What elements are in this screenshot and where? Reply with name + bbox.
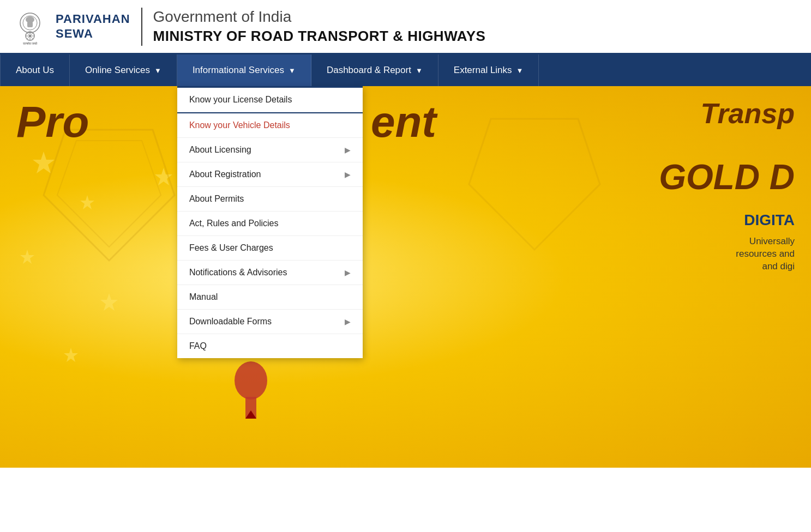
online-services-caret-icon: ▼ — [154, 66, 161, 75]
brand-name-line1: PARIVAHAN — [56, 12, 130, 26]
dropdown-label-know-vehicle: Know your Vehicle Details — [189, 120, 290, 130]
dropdown-label-downloadable-forms: Downloadable Forms — [189, 317, 272, 327]
main-navbar: About Us Online Services ▼ Informational… — [0, 55, 811, 86]
hero-text-universally: Universally — [749, 236, 795, 247]
nav-label-informational-services: Informational Services — [193, 65, 284, 76]
brand-text: PARIVAHAN SEWA — [56, 12, 130, 41]
national-emblem-icon: सत्यमेव जयते — [11, 8, 49, 46]
nav-label-external-links: External Links — [454, 65, 512, 76]
logo-area: सत्यमेव जयते PARIVAHAN SEWA — [11, 8, 130, 46]
hero-text-transp: Transp — [701, 97, 795, 130]
svg-point-21 — [235, 361, 267, 400]
informational-services-caret-icon: ▼ — [289, 66, 296, 75]
ribbon-icon — [229, 359, 273, 424]
hero-text-gold: GOLD D — [659, 157, 795, 197]
nav-item-dashboard-report[interactable]: Dashboard & Report ▼ — [311, 55, 438, 86]
dropdown-item-faq[interactable]: FAQ — [177, 334, 363, 358]
dropdown-label-act-rules: Act, Rules and Policies — [189, 219, 279, 228]
hero-text-resources: resources and — [736, 249, 795, 259]
dropdown-item-manual[interactable]: Manual — [177, 285, 363, 310]
hero-decorative-ribbon — [229, 359, 273, 424]
dropdown-label-fees-charges: Fees & User Charges — [189, 243, 273, 253]
informational-services-dropdown: Know your License Details Know your Vehi… — [177, 86, 363, 358]
dropdown-label-about-licensing: About Licensing — [189, 145, 251, 155]
nav-label-about-us: About Us — [16, 65, 54, 76]
dropdown-item-know-vehicle[interactable]: Know your Vehicle Details — [177, 112, 363, 138]
about-registration-submenu-icon: ▶ — [345, 170, 351, 179]
site-header: सत्यमेव जयते PARIVAHAN SEWA Government o… — [0, 0, 811, 55]
nav-label-dashboard-report: Dashboard & Report — [327, 65, 411, 76]
nav-item-online-services[interactable]: Online Services ▼ — [70, 55, 177, 86]
dropdown-label-about-permits: About Permits — [189, 194, 244, 204]
svg-text:सत्यमेव जयते: सत्यमेव जयते — [22, 41, 38, 45]
dropdown-label-notifications: Notifications & Advisories — [189, 268, 287, 277]
nav-item-about-us[interactable]: About Us — [0, 55, 70, 86]
nav-item-external-links[interactable]: External Links ▼ — [438, 55, 539, 86]
nav-item-informational-services[interactable]: Informational Services ▼ Know your Licen… — [177, 55, 311, 86]
dropdown-item-about-registration[interactable]: About Registration ▶ — [177, 162, 363, 187]
svg-rect-3 — [27, 22, 33, 27]
downloadable-forms-submenu-icon: ▶ — [345, 317, 351, 326]
dropdown-item-about-permits[interactable]: About Permits — [177, 187, 363, 211]
brand-name-line2: SEWA — [56, 27, 130, 41]
notifications-submenu-icon: ▶ — [345, 268, 351, 277]
dropdown-label-faq: FAQ — [189, 341, 207, 351]
dashboard-caret-icon: ▼ — [416, 66, 423, 75]
nav-label-online-services: Online Services — [85, 65, 150, 76]
hero-text-digita: DIGITA — [744, 211, 795, 229]
ministry-label: MINISTRY OF ROAD TRANSPORT & HIGHWAYS — [153, 27, 486, 46]
hero-text-pro: Pro — [16, 97, 89, 147]
dropdown-item-downloadable-forms[interactable]: Downloadable Forms ▶ — [177, 310, 363, 334]
external-links-caret-icon: ▼ — [516, 66, 524, 75]
dropdown-item-about-licensing[interactable]: About Licensing ▶ — [177, 138, 363, 162]
dropdown-item-fees-charges[interactable]: Fees & User Charges — [177, 236, 363, 261]
dropdown-item-act-rules[interactable]: Act, Rules and Policies — [177, 211, 363, 236]
hero-text-digi: and digi — [762, 261, 795, 272]
dropdown-label-manual: Manual — [189, 292, 218, 302]
dropdown-item-notifications[interactable]: Notifications & Advisories ▶ — [177, 261, 363, 285]
dropdown-label-know-license: Know your License Details — [189, 95, 292, 105]
hero-section: Pro ent Transp GOLD D DIGITA Universally… — [0, 86, 811, 468]
dropdown-label-about-registration: About Registration — [189, 170, 261, 179]
dropdown-item-know-license[interactable]: Know your License Details — [177, 88, 363, 112]
gov-india-label: Government of India — [153, 7, 486, 27]
header-divider — [141, 8, 142, 46]
gov-text: Government of India MINISTRY OF ROAD TRA… — [153, 7, 486, 45]
hero-text-ent: ent — [371, 97, 436, 147]
about-licensing-submenu-icon: ▶ — [345, 146, 351, 154]
